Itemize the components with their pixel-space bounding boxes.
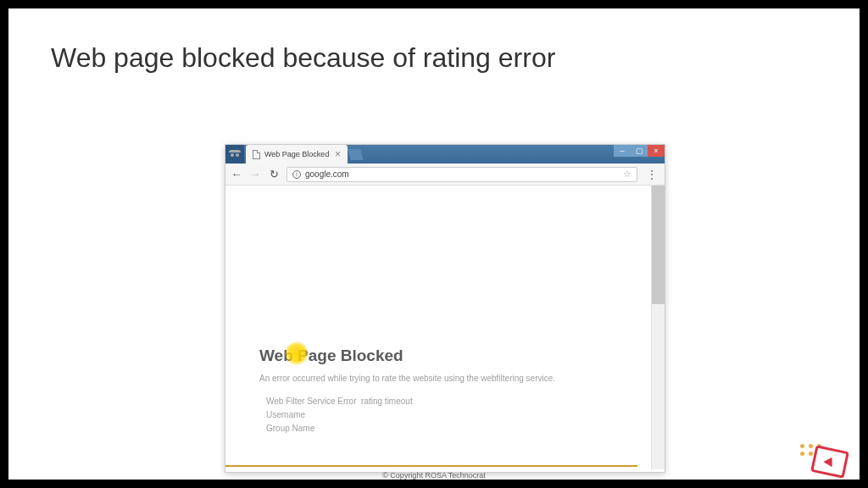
- site-info-icon[interactable]: i: [292, 170, 301, 179]
- slide-title: Web page blocked because of rating error: [8, 8, 860, 91]
- browser-content: Web Page Blocked An error occurred while…: [225, 186, 651, 469]
- close-tab-icon[interactable]: ×: [335, 148, 341, 160]
- incognito-icon: [225, 145, 244, 164]
- url-text: google.com: [305, 169, 349, 179]
- cursor-highlight: [285, 341, 309, 365]
- blocked-page: Web Page Blocked An error occurred while…: [225, 186, 651, 433]
- blocked-field-error: Web Filter Service Error rating timeout: [259, 396, 617, 406]
- minimize-button[interactable]: –: [614, 145, 631, 157]
- browser-window: Web Page Blocked × – ▢ × ← → ↻ i google.…: [225, 144, 665, 473]
- forward-button[interactable]: →: [249, 168, 261, 180]
- copyright-text: © Copyright ROSA Technocrat: [382, 471, 486, 480]
- back-button[interactable]: ←: [231, 168, 242, 180]
- footer-bar: [225, 465, 637, 467]
- address-input[interactable]: i google.com ☆: [287, 167, 637, 182]
- reload-button[interactable]: ↻: [268, 168, 280, 180]
- brand-logo: [800, 437, 847, 475]
- menu-icon[interactable]: ⋮: [644, 169, 659, 180]
- window-controls: – ▢ ×: [614, 145, 665, 164]
- browser-addressbar: ← → ↻ i google.com ☆ ⋮: [225, 164, 665, 186]
- blocked-field-groupname: Group Name: [259, 424, 617, 433]
- page-icon: [253, 150, 260, 159]
- new-tab-button[interactable]: [348, 149, 363, 160]
- close-window-button[interactable]: ×: [648, 145, 665, 157]
- blocked-field-username: Username: [259, 410, 617, 419]
- scrollbar-thumb[interactable]: [652, 186, 665, 304]
- bookmark-star-icon[interactable]: ☆: [623, 169, 632, 180]
- presentation-slide: Web page blocked because of rating error…: [8, 8, 860, 480]
- browser-tab[interactable]: Web Page Blocked ×: [246, 145, 348, 164]
- maximize-button[interactable]: ▢: [631, 145, 648, 157]
- scrollbar[interactable]: [651, 186, 665, 469]
- blocked-description: An error occurred while trying to rate t…: [259, 372, 617, 385]
- blocked-heading: Web Page Blocked: [259, 347, 617, 365]
- tab-title: Web Page Blocked: [264, 150, 329, 158]
- browser-titlebar: Web Page Blocked × – ▢ ×: [225, 145, 665, 164]
